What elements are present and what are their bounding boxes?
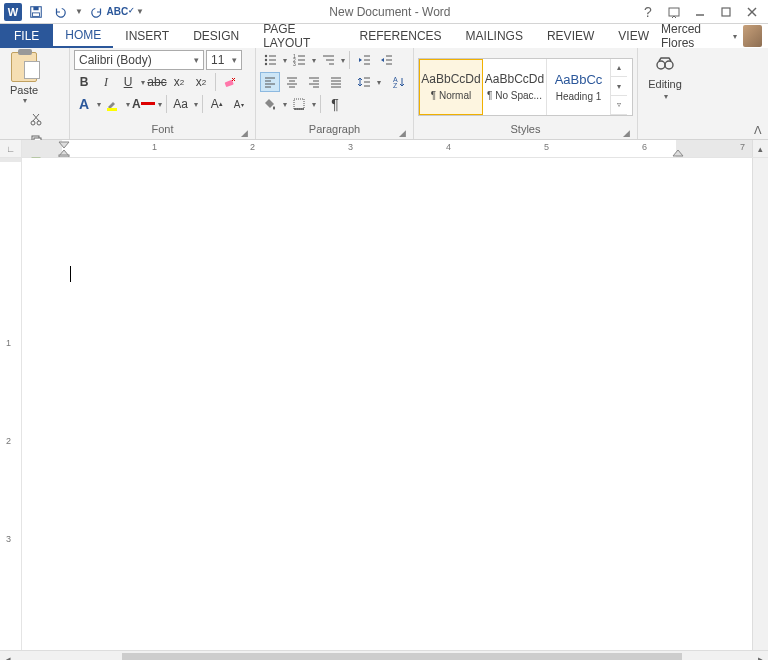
ruler-row: ∟ 1 2 3 4 5 6 7 ▴ — [0, 140, 768, 158]
text-effects-button[interactable]: A — [74, 94, 94, 114]
hanging-indent-icon[interactable] — [58, 149, 70, 157]
font-launcher[interactable]: ◢ — [239, 128, 249, 138]
svg-text:3: 3 — [293, 61, 296, 67]
window-controls: ? — [636, 2, 768, 22]
hscroll-left[interactable]: ◂ — [0, 651, 16, 660]
font-size-select[interactable]: 11▾ — [206, 50, 242, 70]
style-heading1[interactable]: AaBbCc Heading 1 — [547, 59, 611, 115]
text-cursor — [70, 266, 71, 282]
numbering-button[interactable]: 123 — [289, 50, 309, 70]
scroll-up-button[interactable]: ▴ — [752, 140, 768, 157]
svg-rect-3 — [669, 8, 679, 16]
hscroll-right[interactable]: ▸ — [752, 651, 768, 660]
paste-dropdown[interactable]: ▾ — [23, 96, 27, 105]
window-title: New Document - Word — [144, 5, 636, 19]
hscroll-thumb[interactable] — [122, 653, 682, 660]
find-icon[interactable] — [654, 54, 676, 76]
vertical-scrollbar[interactable] — [752, 158, 768, 650]
tab-review[interactable]: REVIEW — [535, 24, 606, 48]
italic-button[interactable]: I — [96, 72, 116, 92]
font-color-button[interactable]: A — [132, 94, 155, 114]
redo-button[interactable] — [87, 2, 107, 22]
align-left-button[interactable] — [260, 72, 280, 92]
style-normal[interactable]: AaBbCcDd ¶ Normal — [419, 59, 483, 115]
borders-button[interactable] — [289, 94, 309, 114]
save-button[interactable] — [26, 2, 46, 22]
maximize-button[interactable] — [714, 2, 738, 22]
font-name-select[interactable]: Calibri (Body)▾ — [74, 50, 204, 70]
document-canvas[interactable] — [22, 158, 752, 650]
justify-button[interactable] — [326, 72, 346, 92]
vertical-ruler[interactable]: 1 2 3 — [0, 158, 22, 650]
qat-customize[interactable]: ▼ — [136, 7, 144, 16]
tab-home[interactable]: HOME — [53, 24, 113, 48]
paste-label: Paste — [10, 84, 38, 96]
style-no-spacing[interactable]: AaBbCcDd ¶ No Spac... — [483, 59, 547, 115]
shrink-font-button[interactable]: A▾ — [229, 94, 249, 114]
first-line-indent-icon[interactable] — [58, 141, 70, 149]
tab-view[interactable]: VIEW — [606, 24, 661, 48]
collapse-ribbon-button[interactable]: ᐱ — [754, 124, 762, 137]
right-indent-icon[interactable] — [672, 149, 684, 157]
svg-rect-19 — [107, 108, 117, 111]
strikethrough-button[interactable]: abc — [147, 72, 167, 92]
decrease-indent-button[interactable] — [354, 50, 374, 70]
tab-references[interactable]: REFERENCES — [348, 24, 454, 48]
group-clipboard: Paste ▾ Clipboard◢ — [0, 48, 70, 139]
paragraph-group-label: Paragraph — [309, 123, 360, 135]
bullets-button[interactable] — [260, 50, 280, 70]
tab-design[interactable]: DESIGN — [181, 24, 251, 48]
horizontal-ruler[interactable]: 1 2 3 4 5 6 7 — [22, 140, 752, 157]
align-right-button[interactable] — [304, 72, 324, 92]
spellcheck-button[interactable]: ABC✓ — [111, 2, 131, 22]
editing-dropdown[interactable]: ▾ — [664, 92, 668, 101]
minimize-button[interactable] — [688, 2, 712, 22]
cut-button[interactable] — [6, 109, 65, 129]
svg-text:Z: Z — [393, 82, 398, 89]
paste-icon — [11, 52, 37, 82]
underline-button[interactable]: U — [118, 72, 138, 92]
tab-file[interactable]: FILE — [0, 24, 53, 48]
user-dropdown[interactable]: ▾ — [733, 32, 737, 41]
tab-mailings[interactable]: MAILINGS — [454, 24, 535, 48]
align-center-button[interactable] — [282, 72, 302, 92]
help-button[interactable]: ? — [636, 2, 660, 22]
multilevel-button[interactable] — [318, 50, 338, 70]
font-group-label: Font — [151, 123, 173, 135]
page[interactable] — [22, 158, 742, 650]
clear-formatting-button[interactable] — [220, 72, 240, 92]
line-spacing-button[interactable] — [354, 72, 374, 92]
ribbon-display-button[interactable] — [662, 2, 686, 22]
close-button[interactable] — [740, 2, 764, 22]
bold-button[interactable]: B — [74, 72, 94, 92]
undo-button[interactable] — [50, 2, 70, 22]
user-name[interactable]: Merced Flores — [661, 22, 726, 50]
tab-page-layout[interactable]: PAGE LAYOUT — [251, 24, 347, 48]
sort-button[interactable]: AZ — [389, 72, 409, 92]
show-marks-button[interactable]: ¶ — [325, 94, 345, 114]
paragraph-launcher[interactable]: ◢ — [397, 128, 407, 138]
change-case-button[interactable]: Aa — [171, 94, 191, 114]
horizontal-scrollbar[interactable]: ◂ ▸ — [0, 650, 768, 660]
style-scroll-up[interactable]: ▴ — [611, 59, 627, 78]
avatar[interactable] — [743, 25, 762, 47]
highlight-button[interactable] — [103, 94, 123, 114]
style-expand[interactable]: ▿ — [611, 96, 627, 115]
style-scroll-down[interactable]: ▾ — [611, 77, 627, 96]
tab-insert[interactable]: INSERT — [113, 24, 181, 48]
paste-button[interactable]: Paste ▾ — [4, 50, 44, 105]
increase-indent-button[interactable] — [376, 50, 396, 70]
styles-launcher[interactable]: ◢ — [621, 128, 631, 138]
style-gallery: AaBbCcDd ¶ Normal AaBbCcDd ¶ No Spac... … — [418, 58, 633, 116]
superscript-button[interactable]: x2 — [191, 72, 211, 92]
grow-font-button[interactable]: A▴ — [207, 94, 227, 114]
ribbon-tabs: FILE HOME INSERT DESIGN PAGE LAYOUT REFE… — [0, 24, 768, 48]
undo-dropdown[interactable]: ▼ — [75, 7, 83, 16]
shading-button[interactable] — [260, 94, 280, 114]
svg-point-20 — [265, 55, 267, 57]
quick-access-toolbar: W ▼ ABC✓ ▼ — [0, 2, 144, 22]
svg-rect-67 — [59, 155, 69, 157]
word-icon: W — [4, 3, 22, 21]
subscript-button[interactable]: x2 — [169, 72, 189, 92]
title-bar: W ▼ ABC✓ ▼ New Document - Word ? — [0, 0, 768, 24]
